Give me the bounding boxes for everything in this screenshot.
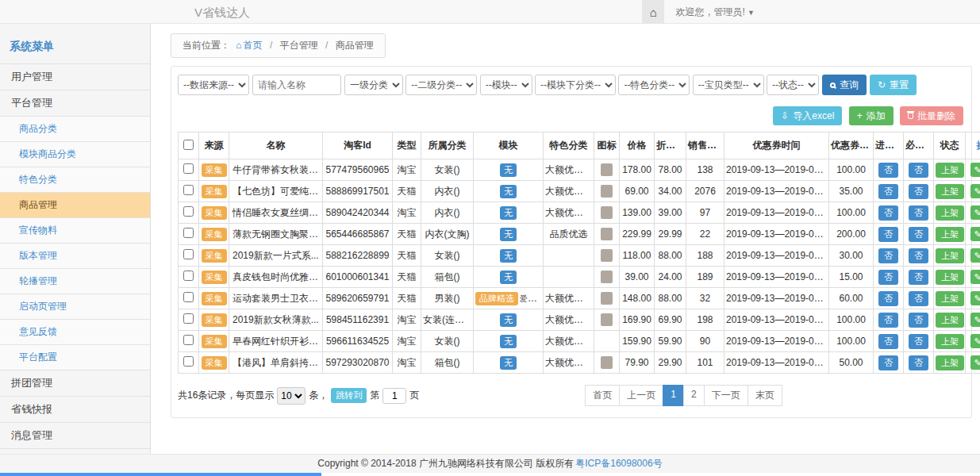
must-buy-button[interactable]: 否 <box>909 291 928 306</box>
filter-select-6[interactable]: --状态-- <box>767 75 819 95</box>
sidebar-item-用户管理[interactable]: 用户管理 <box>0 64 150 90</box>
must-buy-button[interactable]: 否 <box>909 313 928 328</box>
name-search-input[interactable] <box>252 75 341 95</box>
must-buy-button[interactable]: 否 <box>909 334 928 349</box>
filter-select-1[interactable]: --二级分类-- <box>405 75 477 95</box>
import-select-button[interactable]: 否 <box>878 227 898 242</box>
edit-button[interactable]: ✎ <box>970 291 980 305</box>
must-buy-button[interactable]: 否 <box>909 205 928 221</box>
import-select-button[interactable]: 否 <box>878 334 898 349</box>
pagination-item-末页[interactable]: 末页 <box>747 385 782 406</box>
import-select-button[interactable]: 否 <box>878 355 898 370</box>
row-checkbox[interactable] <box>183 335 194 345</box>
sidebar-item-特色分类[interactable]: 特色分类 <box>0 167 150 193</box>
filter-select-2[interactable]: --模块-- <box>480 75 532 95</box>
sidebar-item-商品管理[interactable]: 商品管理 <box>0 193 150 218</box>
status-on-sale-button[interactable]: 上架 <box>936 355 964 370</box>
status-on-sale-button[interactable]: 上架 <box>936 291 964 306</box>
add-button[interactable]: + 添加 <box>849 106 894 125</box>
horizontal-scrollbar[interactable] <box>0 473 980 476</box>
row-checkbox[interactable] <box>183 292 194 302</box>
user-menu[interactable]: 欢迎您，管理员! ▼ <box>664 6 766 19</box>
pagination-item-首页[interactable]: 首页 <box>585 385 620 406</box>
status-on-sale-button[interactable]: 上架 <box>936 334 964 349</box>
status-on-sale-button[interactable]: 上架 <box>936 184 964 199</box>
must-buy-button[interactable]: 否 <box>909 355 928 370</box>
pagination-item-2[interactable]: 2 <box>683 385 705 406</box>
filter-select-5[interactable]: --宝贝类型-- <box>693 75 764 95</box>
import-select-button[interactable]: 否 <box>878 270 898 285</box>
batch-delete-button[interactable]: 批量删除 <box>900 106 963 125</box>
pagination-item-1[interactable]: 1 <box>663 385 684 406</box>
import-select-button[interactable]: 否 <box>878 184 898 199</box>
import-excel-button[interactable]: ⇩ 导入excel <box>773 106 842 125</box>
import-select-button[interactable]: 否 <box>878 313 898 328</box>
status-on-sale-button[interactable]: 上架 <box>936 205 964 221</box>
scrollbar-thumb[interactable] <box>0 473 321 476</box>
row-checkbox[interactable] <box>183 163 194 174</box>
edit-button[interactable]: ✎ <box>970 313 980 327</box>
status-on-sale-button[interactable]: 上架 <box>936 313 964 328</box>
sidebar-item-省钱快报[interactable]: 省钱快报 <box>0 397 150 423</box>
import-select-button[interactable]: 否 <box>878 205 898 221</box>
filter-select-3[interactable]: --模块下分类-- <box>535 75 616 95</box>
sidebar-item-版本管理[interactable]: 版本管理 <box>0 244 150 269</box>
edit-button[interactable]: ✎ <box>970 248 980 263</box>
jump-button[interactable]: 跳转到 <box>331 388 367 403</box>
per-page-select[interactable]: 10 <box>277 387 306 405</box>
filter-select-0[interactable]: 一级分类 <box>344 75 403 95</box>
row-checkbox[interactable] <box>183 356 194 367</box>
must-buy-button[interactable]: 否 <box>909 227 928 242</box>
row-checkbox[interactable] <box>183 228 194 238</box>
edit-button[interactable]: ✎ <box>970 184 980 198</box>
edit-button[interactable]: ✎ <box>970 270 980 284</box>
import-select-button[interactable]: 否 <box>878 248 898 263</box>
must-buy-button[interactable]: 否 <box>909 270 928 285</box>
page-number-input[interactable] <box>382 388 406 404</box>
row-checkbox[interactable] <box>183 206 194 217</box>
sidebar-item-平台配置[interactable]: 平台配置 <box>0 345 150 370</box>
edit-button[interactable]: ✎ <box>970 355 980 370</box>
filter-select-data-source[interactable]: --数据来源-- <box>178 75 249 95</box>
status-on-sale-button[interactable]: 上架 <box>936 227 964 242</box>
status-on-sale-button[interactable]: 上架 <box>936 163 964 178</box>
status-on-sale-button[interactable]: 上架 <box>936 270 964 285</box>
sidebar-item-模块商品分类[interactable]: 模块商品分类 <box>0 142 150 167</box>
edit-button[interactable]: ✎ <box>970 205 980 220</box>
sales-count: 32 <box>686 288 724 309</box>
pagination-item-上一页[interactable]: 上一页 <box>619 385 663 406</box>
icon-cell <box>594 159 620 181</box>
breadcrumb-separator: / <box>270 40 272 51</box>
status-on-sale-button[interactable]: 上架 <box>936 248 964 263</box>
reset-button[interactable]: ↻ 重置 <box>870 75 917 95</box>
edit-button[interactable]: ✎ <box>970 334 980 348</box>
sidebar-item-启动页管理[interactable]: 启动页管理 <box>0 294 150 320</box>
sidebar-item-商品分类[interactable]: 商品分类 <box>0 117 150 142</box>
sidebar-item-宣传物料[interactable]: 宣传物料 <box>0 218 150 244</box>
pagination-item-下一页[interactable]: 下一页 <box>704 385 748 406</box>
must-buy-button[interactable]: 否 <box>909 248 928 263</box>
must-buy-button[interactable]: 否 <box>909 163 928 178</box>
row-checkbox[interactable] <box>183 185 194 195</box>
row-checkbox[interactable] <box>183 249 194 259</box>
import-select-button[interactable]: 否 <box>878 163 898 178</box>
sidebar-item-拼团管理[interactable]: 拼团管理 <box>0 370 150 397</box>
filter-select-4[interactable]: --特色分类-- <box>618 75 690 95</box>
edit-button[interactable]: ✎ <box>970 163 980 177</box>
home-button[interactable]: ⌂ <box>642 0 664 24</box>
source-badge: 采集 <box>202 271 227 284</box>
search-button[interactable]: 查询 <box>822 75 867 95</box>
breadcrumb-home-link[interactable]: ⌂首页 <box>233 40 262 51</box>
sidebar-item-平台管理[interactable]: 平台管理 <box>0 90 150 117</box>
row-checkbox[interactable] <box>183 313 194 324</box>
icp-link[interactable]: 粤ICP备16098006号 <box>575 457 662 470</box>
select-all-checkbox[interactable] <box>183 140 194 150</box>
import-select-button[interactable]: 否 <box>878 291 898 306</box>
must-buy-button[interactable]: 否 <box>909 184 928 199</box>
breadcrumb-item[interactable]: 平台管理 <box>280 40 318 51</box>
edit-button[interactable]: ✎ <box>970 227 980 241</box>
sidebar-item-意见反馈[interactable]: 意见反馈 <box>0 320 150 345</box>
sidebar-item-轮播管理[interactable]: 轮播管理 <box>0 269 150 294</box>
sidebar-item-消息管理[interactable]: 消息管理 <box>0 423 150 449</box>
row-checkbox[interactable] <box>183 271 194 281</box>
